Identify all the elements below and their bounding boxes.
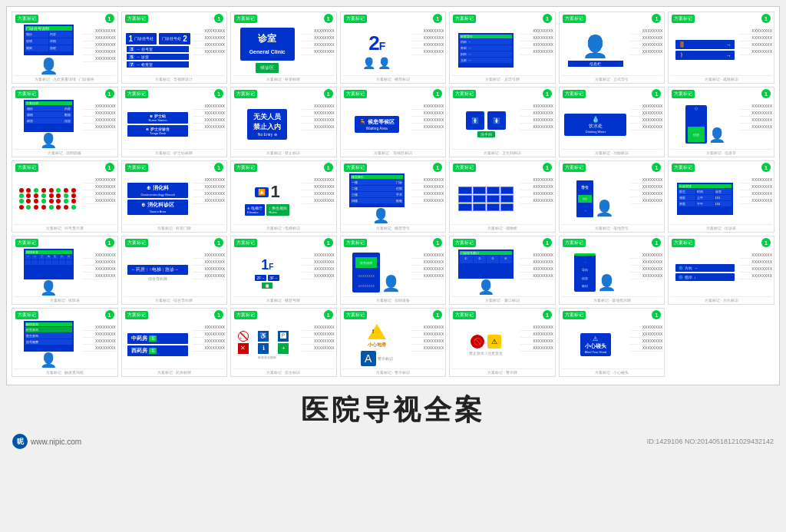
card-r4c7: 方案标记 1 🔵方向→ 🔵指示↓ XXXXXXXX XXXXXXX	[668, 236, 774, 305]
watermark-bar: 昵 www.nipic.com ID:1429106 NO:2014051812…	[6, 432, 780, 451]
card-footer: 方案标记 · 点此查看详情 · 门诊服务	[14, 75, 116, 81]
card-r4c1: 方案标记 1 周排班表 一 二 三 四 五 六	[12, 236, 118, 305]
main-title: 医院导视全案	[301, 394, 485, 425]
title-area: 医院导视全案	[6, 385, 780, 432]
card-r3c2: 方案标记 1 ⊕ 消化科Gastroenterology Branch ⊕ 消化…	[121, 160, 228, 233]
card-label: 方案标记	[125, 15, 148, 23]
card-r5c6: 方案标记 1 ⚠ 小心碰头 Mind Your Head XXXXXXXX XX…	[559, 308, 665, 377]
card-r3c4: 方案标记 1 楼层索引 一楼门诊 二楼住院 三楼手术 四楼检验	[340, 160, 447, 233]
card-r2c7: 方案标记 1 ⓘ 信息 👤 XXXXXXXX	[668, 87, 774, 157]
card-r2c4: 方案标记 1 🪑 候患等候区 Waiting Area XXXXXXXX XXX…	[340, 87, 447, 157]
card-r4c6: 方案标记 1 → 导向 信息 标识 👤	[559, 236, 665, 305]
card-r1c7: 方案标记 1 🚪→ 🚶→ XXXXXXXX XXXXXXXX	[668, 12, 774, 84]
card-r5c2: 方案标记 1 中药房① 西药房① XXXXXXXX XXXXXXXX	[121, 308, 228, 377]
card-r2c5: 方案标记 1 🚹 🚺 洗手间 XXXXXXXX XXXXXXXX XX	[449, 87, 556, 157]
logo-icon: 昵	[12, 434, 28, 449]
card-label: 方案标记	[15, 15, 38, 23]
card-r1c3: 方案标记 1 诊室General Clinic 候诊区 XXXXXXXX XXX…	[230, 12, 337, 84]
card-r3c7: 方案标记 1 出诊安排 医生 时间 诊室 张医 上午	[668, 160, 774, 233]
card-num: 1	[214, 14, 223, 23]
card-r3c3: 方案标记 1 🔼 1 ⊕ 电梯厅 Elevator	[230, 160, 337, 233]
id-text: ID:1429106 NO:20140518121029432142	[647, 438, 774, 445]
card-r4c5: 方案标记 1 门诊挂号窗口 ① ② ③ ④	[449, 236, 556, 305]
card-r3c1: 方案标记 1	[12, 160, 118, 233]
card-r3c5: 方案标记 1	[449, 160, 556, 233]
svg-line-0	[240, 332, 248, 340]
card-num: 1	[105, 14, 114, 23]
card-r4c3: 方案标记 1 1F 2F→ 3F→ 📋 XXXXXXXX XXXXXXX	[230, 236, 337, 305]
card-r4c4: 方案标记 1 挂号说明 XXXXXXXX XXXXXXXX 👤	[340, 236, 447, 305]
card-r1c5: 方案标记 1 科室导引 内科 → 外科 → 妇科 → 儿科 →	[449, 12, 556, 84]
watermark-logo: 昵 www.nipic.com	[12, 434, 81, 449]
site-text: www.nipic.com	[31, 438, 81, 446]
card-r1c1: 方案标记 1 门诊挂号说明 项目 内容 说明 详情 规则	[12, 12, 118, 84]
card-r5c1: 方案标记 1 触摸查询 科室查询 医生查询 挂号缴费 👤	[12, 308, 118, 377]
card-r5c3: 方案标记 1 🚬 ♿ 🅿 ✕ ℹ	[230, 308, 337, 377]
card-r3c6: 方案标记 1 导引 信息 → 👤	[559, 160, 665, 233]
card-r5c4: 方案标记 1 ! 小心地滑 A 警示标识	[340, 308, 447, 377]
card-r5c5: 方案标记 1 🚫 ⚠ 禁止饮水 / 注意安全 XXXXXXXX XXXXXXXX	[449, 308, 556, 377]
card-r2c3: 方案标记 1 无关人员 禁止入内 No Entry ⊕ XXXXXXXX XXX…	[230, 87, 337, 157]
main-container: 方案标记 1 门诊挂号说明 项目 内容 说明 详情 规则	[0, 0, 786, 532]
card-r2c2: 方案标记 1 ⊕ 护士站 Nurse Station ⊕ 护士分诊台 Triag…	[121, 87, 228, 157]
card-r1c4: 方案标记 1 2F 👤 👤 XXXXXXXX XXXXXXXX XXX	[340, 12, 447, 84]
card-footer: 方案标记 · 导视牌设计	[124, 75, 226, 81]
card-r4c2: 方案标记 1 ←药房|↑电梯|急诊→ 综合导向牌 XXXXXXXX XXXXXX…	[121, 236, 228, 305]
card-r2c6: 方案标记 1 💧 饮水处 Drinking Water XXXXXXXX XXX…	[559, 87, 665, 157]
card-r2c1: 方案标记 1 方案说明 项目内容 规格数据 材质信息 👤	[12, 87, 118, 157]
card-r1c6: 方案标记 1 👤 信息栏 XXXXXXXX XXXXXXXX XXXXXXXX …	[559, 12, 665, 84]
card-r1c2: 方案标记 1 1门诊挂号处 门诊挂号处2	[121, 12, 228, 84]
